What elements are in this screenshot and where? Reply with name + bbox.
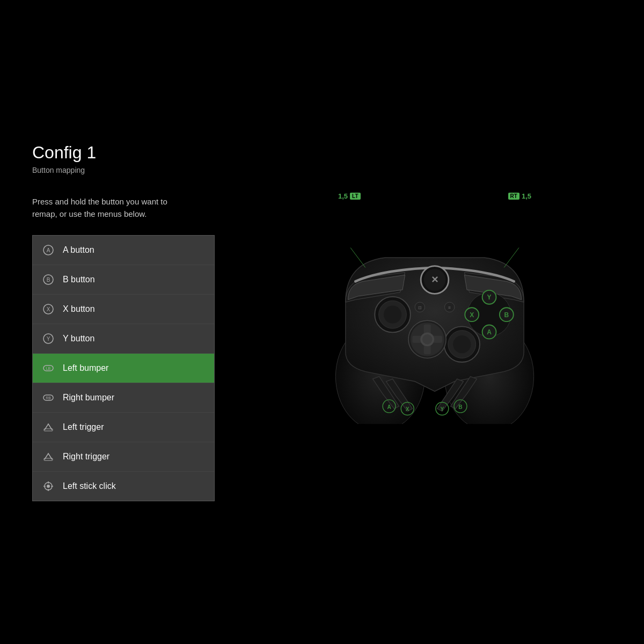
right-panel: 1,5 LT RT 1,5 bbox=[258, 161, 612, 483]
svg-line-59 bbox=[504, 248, 519, 268]
button-item-right-bumper[interactable]: RBRight bumper bbox=[33, 383, 214, 413]
svg-text:B: B bbox=[504, 311, 509, 319]
button-label-a-button: A button bbox=[63, 245, 94, 255]
svg-point-15 bbox=[47, 485, 50, 488]
lt-value: 1,5 bbox=[338, 192, 348, 200]
svg-text:LB: LB bbox=[46, 367, 51, 370]
lt-badge: LT bbox=[350, 193, 360, 200]
rb-icon: RB bbox=[41, 391, 55, 405]
rt-value: 1,5 bbox=[522, 192, 531, 200]
config-title: Config 1 bbox=[32, 143, 258, 163]
rt-badge: RT bbox=[508, 193, 519, 200]
page-container: Config 1 Button mapping Press and hold t… bbox=[0, 0, 644, 644]
svg-text:✕: ✕ bbox=[431, 275, 438, 285]
rt-icon bbox=[41, 450, 55, 464]
button-label-y-button: Y button bbox=[63, 334, 94, 343]
svg-point-36 bbox=[422, 334, 432, 344]
svg-text:B: B bbox=[458, 404, 462, 410]
button-label-left-stick-click: Left stick click bbox=[63, 481, 116, 491]
svg-text:Y: Y bbox=[47, 336, 50, 342]
svg-text:Y: Y bbox=[440, 406, 444, 412]
button-label-right-bumper: Right bumper bbox=[63, 393, 114, 402]
svg-text:A: A bbox=[487, 328, 492, 336]
button-label-right-trigger: Right trigger bbox=[63, 452, 109, 462]
a-icon: A bbox=[41, 243, 55, 257]
svg-point-30 bbox=[453, 335, 471, 353]
svg-text:A: A bbox=[387, 404, 391, 410]
button-mapping-list: AA buttonBB buttonXX buttonYY buttonLBLe… bbox=[32, 235, 215, 501]
svg-text:A: A bbox=[47, 247, 50, 253]
lt-icon bbox=[41, 420, 55, 434]
lt-label: 1,5 LT bbox=[338, 192, 361, 200]
lb-icon: LB bbox=[41, 361, 55, 375]
button-item-left-stick-click[interactable]: Left stick click bbox=[33, 472, 214, 501]
button-item-b-button[interactable]: BB button bbox=[33, 265, 214, 295]
svg-text:Y: Y bbox=[487, 294, 492, 301]
button-label-x-button: X button bbox=[63, 304, 95, 314]
rt-label: RT 1,5 bbox=[508, 192, 531, 200]
button-item-a-button[interactable]: AA button bbox=[33, 236, 214, 265]
svg-text:B: B bbox=[47, 277, 50, 283]
svg-text:≡: ≡ bbox=[448, 305, 451, 310]
b-icon: B bbox=[41, 273, 55, 287]
svg-text:X: X bbox=[470, 311, 474, 319]
controller-image: ✕ bbox=[306, 220, 564, 424]
button-label-b-button: B button bbox=[63, 275, 95, 284]
svg-line-58 bbox=[350, 248, 365, 268]
button-item-right-trigger[interactable]: Right trigger bbox=[33, 442, 214, 472]
svg-text:X: X bbox=[47, 306, 50, 312]
ls-icon bbox=[41, 479, 55, 493]
button-label-left-trigger: Left trigger bbox=[63, 422, 104, 432]
config-subtitle: Button mapping bbox=[32, 166, 258, 174]
x-icon: X bbox=[41, 302, 55, 316]
button-item-y-button[interactable]: YY button bbox=[33, 324, 214, 354]
button-item-left-trigger[interactable]: Left trigger bbox=[33, 413, 214, 442]
svg-text:RB: RB bbox=[46, 396, 51, 400]
controller-area: 1,5 LT RT 1,5 bbox=[295, 182, 574, 462]
button-item-left-bumper[interactable]: LBLeft bumper bbox=[33, 354, 214, 383]
svg-text:X: X bbox=[406, 406, 409, 412]
svg-text:⊡: ⊡ bbox=[418, 305, 422, 310]
left-panel: Config 1 Button mapping Press and hold t… bbox=[32, 143, 258, 501]
button-item-x-button[interactable]: XX button bbox=[33, 295, 214, 324]
button-label-left-bumper: Left bumper bbox=[63, 363, 108, 373]
svg-point-27 bbox=[384, 306, 401, 324]
y-icon: Y bbox=[41, 332, 55, 346]
instructions-text: Press and hold the button you want to re… bbox=[32, 196, 182, 220]
